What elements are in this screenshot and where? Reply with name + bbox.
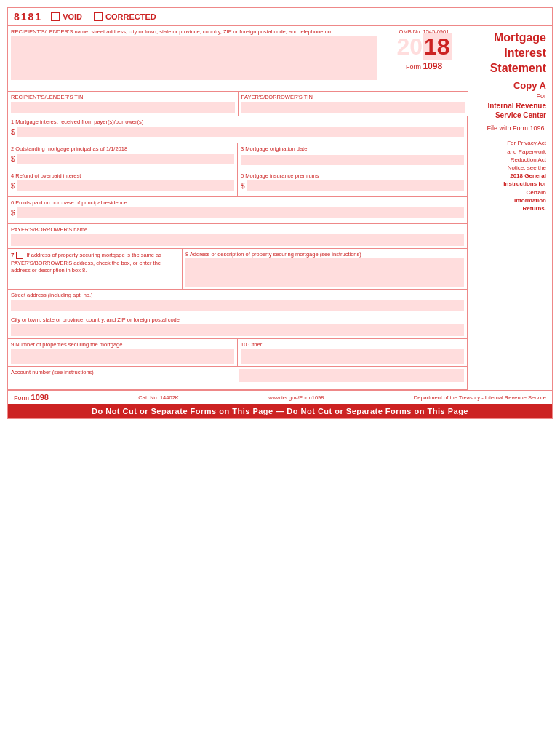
form-page: 8181 VOID CORRECTED RECIPIENT'S/LEN — [0, 0, 560, 426]
street-input[interactable] — [11, 300, 464, 311]
footer-form-number: Form 1098 — [14, 393, 49, 402]
city-label: City or town, state or province, country… — [11, 316, 464, 323]
box10-input[interactable] — [241, 349, 464, 364]
footer-form-number-bold: 1098 — [31, 393, 49, 402]
do-not-cut-banner: Do Not Cut or Separate Forms on This Pag… — [8, 404, 552, 418]
properties-row: 9 Number of properties securing the mort… — [8, 339, 467, 367]
box4-5-row: 4 Refund of overpaid interest $ 5 Mortga… — [8, 170, 467, 197]
payer-tin-label: PAYER'S/BORROWER'S TIN — [241, 94, 465, 100]
tin-row: RECIPIENT'S/LENDER'S TIN PAYER'S/BORROWE… — [8, 92, 468, 116]
privacy-line9: Returns. — [523, 205, 546, 212]
form-title: Mortgage Interest Statement — [490, 31, 546, 76]
street-address-block: Street address (including apt. no.) — [8, 290, 467, 314]
recipient-tin-field: RECIPIENT'S/LENDER'S TIN — [8, 92, 239, 116]
box9-input[interactable] — [11, 349, 234, 364]
year-18: 18 — [423, 33, 452, 60]
footer-cat: Cat. No. 14402K — [138, 394, 178, 401]
payer-tin-field: PAYER'S/BORROWER'S TIN — [239, 92, 468, 116]
box6-label: 6 Points paid on purchase of principal r… — [11, 199, 464, 206]
box4-input: $ — [11, 180, 234, 191]
right-sidebar: Mortgage Interest Statement Copy A For I… — [468, 26, 552, 390]
form-label-text: Form — [406, 63, 421, 71]
account-input[interactable] — [239, 369, 465, 382]
payer-name-input[interactable] — [11, 234, 464, 246]
form-title-line2: Interest — [504, 47, 546, 59]
box4-dollar: $ — [11, 182, 15, 190]
street-label: Street address (including apt. no.) — [11, 292, 464, 298]
box7-number: 7 — [11, 252, 14, 258]
box3-label: 3 Mortgage origination date — [241, 146, 464, 152]
form-number-text: 1098 — [423, 61, 442, 71]
form-footer: Form 1098 Cat. No. 14402K www.irs.gov/Fo… — [8, 390, 552, 404]
form-title-line1: Mortgage — [494, 31, 546, 44]
box1-row: 1 Mortgage interest received from payer(… — [8, 116, 467, 143]
form-body: RECIPIENT'S/LENDER'S name, street addres… — [8, 26, 552, 390]
footer-form-label: Form — [14, 394, 29, 402]
box1-input-field[interactable] — [17, 127, 464, 137]
privacy-line7: Certain — [526, 189, 546, 196]
box1-dollar: $ — [11, 128, 15, 136]
box5-item: 5 Mortgage insurance premiums $ — [238, 170, 467, 196]
box4-input-field[interactable] — [17, 180, 234, 191]
box5-dollar: $ — [241, 182, 245, 190]
form-header: 8181 VOID CORRECTED — [8, 8, 552, 26]
box3-item: 3 Mortgage origination date — [238, 143, 467, 170]
copy-label: Copy A — [513, 80, 546, 91]
box6-item: 6 Points paid on purchase of principal r… — [8, 197, 467, 223]
box6-dollar: $ — [11, 209, 15, 217]
form-barcode-number: 8181 — [14, 11, 42, 23]
box6-input-field[interactable] — [17, 207, 464, 218]
privacy-line8: Information — [514, 197, 546, 204]
box3-input-field[interactable] — [241, 155, 464, 165]
box4-item: 4 Refund of overpaid interest $ — [8, 170, 238, 196]
box7-left: 7 If address of property securing mortga… — [8, 249, 183, 289]
box1-item: 1 Mortgage interest received from payer(… — [8, 116, 467, 143]
privacy-line1: For Privacy Act — [507, 140, 546, 146]
recipient-omb-row: RECIPIENT'S/LENDER'S name, street addres… — [8, 26, 468, 92]
box5-input: $ — [241, 180, 464, 191]
box5-input-field[interactable] — [247, 180, 464, 191]
footer-left: Form 1098 — [14, 393, 49, 402]
box6-row: 6 Points paid on purchase of principal r… — [8, 197, 467, 224]
footer-website: www.irs.gov/Form1098 — [268, 394, 324, 401]
account-label: Account number (see instructions) — [11, 369, 236, 387]
left-section: RECIPIENT'S/LENDER'S name, street addres… — [8, 26, 468, 390]
privacy-notice: For Privacy Act and Paperwork Reduction … — [503, 139, 546, 212]
box2-dollar: $ — [11, 155, 15, 163]
year-20: 20 — [396, 33, 423, 60]
file-with: File with Form 1096. — [487, 124, 546, 132]
omb-block: OMB No. 1545-0901 2018 Form 1098 — [380, 26, 468, 92]
entity-line2: Service Center — [495, 111, 546, 119]
recipient-address-block: RECIPIENT'S/LENDER'S name, street addres… — [8, 26, 380, 92]
form-1098-label: Form 1098 — [406, 61, 442, 71]
recipient-address-input[interactable] — [11, 36, 377, 80]
year-display: 2018 — [396, 35, 451, 58]
box6-input: $ — [11, 207, 464, 218]
recipient-address-label: RECIPIENT'S/LENDER'S name, street addres… — [11, 28, 377, 35]
city-input[interactable] — [11, 324, 464, 336]
entity-line1: Internal Revenue — [487, 102, 546, 110]
box4-label: 4 Refund of overpaid interest — [11, 172, 234, 179]
void-checkbox[interactable]: VOID — [51, 12, 82, 21]
payer-tin-input[interactable] — [241, 102, 465, 113]
corrected-checkbox-box[interactable] — [94, 12, 103, 21]
box8-input[interactable] — [185, 258, 464, 287]
box7-checkbox[interactable] — [16, 252, 23, 259]
checkbox-group: VOID CORRECTED — [51, 12, 156, 21]
form-title-line3: Statement — [490, 62, 546, 74]
box9-field: 9 Number of properties securing the mort… — [8, 339, 238, 366]
account-row: Account number (see instructions) — [8, 367, 467, 390]
void-checkbox-box[interactable] — [51, 12, 60, 21]
boxes-left: 1 Mortgage interest received from payer(… — [8, 116, 468, 390]
recipient-tin-label: RECIPIENT'S/LENDER'S TIN — [11, 94, 235, 100]
box2-input: $ — [11, 154, 234, 164]
privacy-line4: Notice, see the — [508, 164, 546, 171]
recipient-tin-input[interactable] — [11, 102, 235, 113]
corrected-label: CORRECTED — [105, 12, 156, 21]
payer-name-row: PAYER'S/BORROWER'S name — [8, 224, 467, 249]
box7-row: 7 If address of property securing mortga… — [8, 249, 467, 290]
box1-input: $ — [11, 127, 464, 137]
city-block: City or town, state or province, country… — [8, 314, 467, 339]
box2-input-field[interactable] — [17, 154, 234, 164]
corrected-checkbox[interactable]: CORRECTED — [94, 12, 156, 21]
